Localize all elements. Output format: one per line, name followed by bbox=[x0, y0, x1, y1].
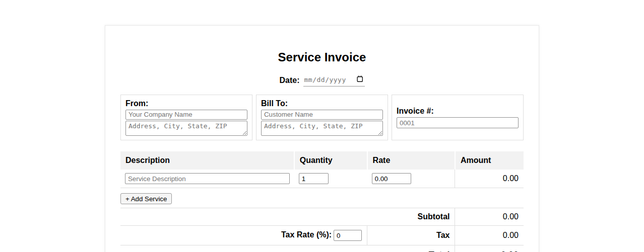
invoice-number-section: Invoice #: bbox=[392, 95, 524, 140]
date-label: Date: bbox=[279, 76, 299, 85]
invoice-number-label: Invoice #: bbox=[397, 107, 519, 115]
tax-value: 0.00 bbox=[455, 226, 524, 245]
date-input[interactable]: mm/dd/yyyy bbox=[303, 75, 365, 87]
tax-rate-cell: Tax Rate (%): bbox=[120, 226, 367, 245]
column-header-amount: Amount bbox=[455, 151, 524, 170]
total-label: Total bbox=[120, 245, 455, 252]
tax-row: Tax Rate (%): Tax 0.00 bbox=[120, 226, 524, 245]
item-row: 0.00 bbox=[120, 170, 524, 188]
date-row: Date: mm/dd/yyyy bbox=[120, 74, 524, 87]
invoice-number-input[interactable] bbox=[397, 117, 519, 128]
quantity-input[interactable] bbox=[299, 173, 329, 184]
total-value: 0.00 bbox=[455, 245, 524, 252]
company-address-textarea[interactable] bbox=[125, 121, 247, 136]
calendar-icon[interactable] bbox=[357, 74, 363, 86]
from-label: From: bbox=[125, 99, 247, 108]
page-title: Service Invoice bbox=[120, 50, 524, 64]
company-name-input[interactable] bbox=[125, 110, 247, 120]
column-header-rate: Rate bbox=[367, 151, 455, 170]
subtotal-value: 0.00 bbox=[455, 208, 524, 226]
tax-label: Tax bbox=[367, 226, 455, 245]
column-header-description: Description bbox=[120, 151, 294, 170]
parties-row: From: Bill To: Invoice #: bbox=[120, 95, 524, 140]
subtotal-label: Subtotal bbox=[120, 208, 455, 226]
from-section: From: bbox=[120, 95, 252, 140]
subtotal-row: Subtotal 0.00 bbox=[120, 208, 524, 226]
invoice-card: Service Invoice Date: mm/dd/yyyy From: B… bbox=[105, 25, 539, 252]
tax-rate-input[interactable] bbox=[334, 230, 362, 241]
totals-table: Subtotal 0.00 Tax Rate (%): Tax 0.00 Tot… bbox=[120, 208, 524, 252]
rate-input[interactable] bbox=[372, 173, 411, 184]
bill-to-section: Bill To: bbox=[256, 95, 388, 140]
customer-address-textarea[interactable] bbox=[261, 121, 383, 136]
service-description-input[interactable] bbox=[125, 173, 290, 184]
tax-rate-label: Tax Rate (%): bbox=[281, 230, 332, 239]
amount-cell: 0.00 bbox=[455, 170, 524, 188]
date-placeholder: mm/dd/yyyy bbox=[304, 74, 355, 86]
items-table: Description Quantity Rate Amount 0.00 bbox=[120, 151, 524, 188]
bill-to-label: Bill To: bbox=[261, 99, 383, 108]
items-header-row: Description Quantity Rate Amount bbox=[120, 151, 524, 170]
total-row: Total 0.00 bbox=[120, 245, 524, 252]
customer-name-input[interactable] bbox=[261, 110, 383, 120]
column-header-quantity: Quantity bbox=[294, 151, 367, 170]
add-service-button[interactable]: + Add Service bbox=[120, 193, 172, 204]
